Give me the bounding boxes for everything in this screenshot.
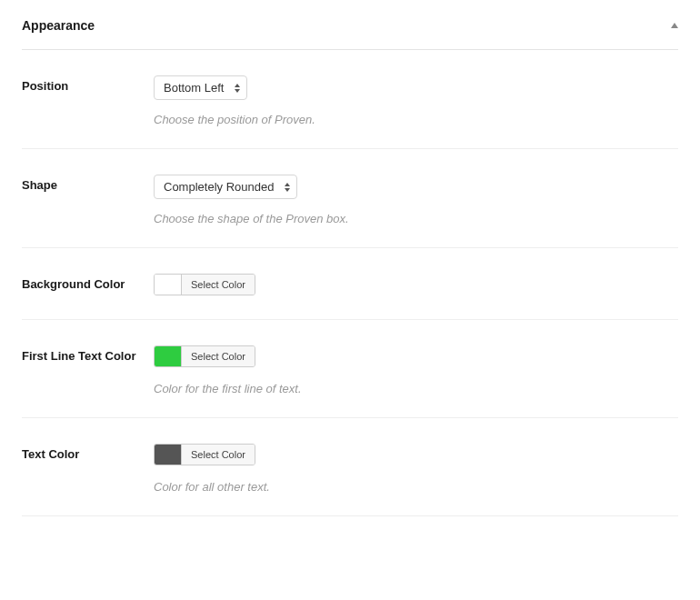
control-position: Bottom Left Choose the position of Prove… [154, 75, 678, 126]
row-first-line-text-color: First Line Text Color Select Color Color… [22, 320, 678, 418]
color-picker-background[interactable]: Select Color [154, 274, 255, 295]
label-background-color: Background Color [22, 274, 154, 293]
control-background-color: Select Color [154, 274, 678, 297]
color-picker-first-line[interactable]: Select Color [154, 345, 255, 367]
color-swatch-text[interactable] [155, 445, 182, 465]
label-first-line-text-color: First Line Text Color [22, 345, 154, 365]
row-background-color: Background Color Select Color [22, 248, 678, 320]
row-text-color: Text Color Select Color Color for all ot… [22, 418, 678, 516]
help-first-line-text-color: Color for the first line of text. [154, 382, 678, 395]
control-shape: Completely Rounded Choose the shape of t… [154, 175, 678, 225]
help-text-color: Color for all other text. [154, 480, 678, 494]
help-position: Choose the position of Proven. [154, 113, 678, 126]
select-color-button-background[interactable]: Select Color [182, 275, 255, 295]
color-swatch-first-line[interactable] [155, 346, 182, 366]
label-text-color: Text Color [22, 444, 154, 463]
select-color-button-first-line[interactable]: Select Color [182, 346, 255, 366]
select-shape[interactable]: Completely Rounded [154, 175, 297, 199]
collapse-icon[interactable] [671, 23, 678, 28]
panel-header: Appearance [22, 18, 678, 50]
label-shape: Shape [22, 175, 154, 194]
select-position[interactable]: Bottom Left [154, 75, 247, 100]
select-wrapper-position: Bottom Left [154, 75, 247, 100]
control-text-color: Select Color Color for all other text. [154, 444, 678, 494]
row-shape: Shape Completely Rounded Choose the shap… [22, 149, 678, 248]
label-position: Position [22, 75, 154, 95]
panel-title: Appearance [22, 18, 95, 33]
select-wrapper-shape: Completely Rounded [154, 175, 297, 199]
color-picker-text[interactable]: Select Color [154, 444, 255, 465]
select-color-button-text[interactable]: Select Color [182, 445, 255, 465]
control-first-line-text-color: Select Color Color for the first line of… [154, 345, 678, 395]
help-shape: Choose the shape of the Proven box. [154, 212, 678, 225]
color-swatch-background[interactable] [155, 275, 182, 295]
row-position: Position Bottom Left Choose the position… [22, 50, 678, 149]
